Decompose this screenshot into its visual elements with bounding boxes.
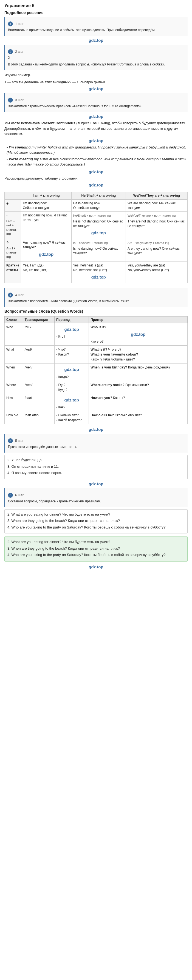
qw-word-how-old: How old	[5, 411, 23, 424]
step-6-questions: 2. What are you eating for dinner? Что в…	[5, 509, 187, 534]
q-sub-3: Are + we/you/they + глагол-ing	[127, 241, 186, 245]
qw-word-when: When	[5, 364, 23, 381]
qw-trans-what: /wɒt/	[23, 346, 54, 364]
q-sub-1: Am I + глагол-ing	[6, 247, 19, 259]
qw-example-where: Where are my socks? Где мои носки?	[89, 381, 187, 394]
step-5-badge: 5	[8, 438, 13, 443]
step-3-rule: Мы часто используем Present Continuous (…	[5, 121, 187, 137]
step-5-label: 5 5 шаг	[8, 438, 185, 443]
step-6-label: 6 6 шаг	[8, 493, 185, 498]
answer-4: 4. Я возьму своего нового парня.	[8, 470, 184, 476]
step-2-num: 2	[8, 55, 185, 60]
table-row-positive: + I'm dancing now.Сейчас я танцую He is …	[5, 199, 187, 212]
cell-pos-3: We are dancing now. Мы сейчас танцуем	[126, 199, 187, 212]
step-4: 4 4 шаг Знакомимся с вопросительными сло…	[5, 288, 187, 307]
example-1-en: - I'm spending my winter holidays with m…	[6, 145, 187, 155]
final-q-4: 4. Who are you taking to the party on Sa…	[8, 552, 184, 558]
step-4-label: 4 4 шаг	[8, 293, 185, 298]
step-6-badge: 6	[8, 493, 13, 498]
grammar-table: I am + глагол-ing He/She/It + глагол-ing…	[5, 192, 187, 283]
qw-trans-what-ru: - Что? - Какой?	[55, 346, 89, 364]
watermark-7: gdz.top	[5, 427, 187, 432]
qw-row-what: What /wɒt/ - Что? - Какой? What is it? Ч…	[5, 346, 187, 364]
qw-trans-when-ru: gdz.top - Когда?	[55, 364, 89, 381]
example-2-en: - We're meeting my sister at five o'cloc…	[6, 156, 187, 167]
watermark-5: gdz.top	[5, 169, 187, 174]
qw-header-transcription: Транскрипция	[23, 316, 54, 323]
cell-neg-1: I'm not dancing now. Я сейчас не танцую	[21, 212, 71, 239]
step-2-badge: 2	[8, 49, 13, 54]
qw-header-translation: Перевод	[55, 316, 89, 323]
step-5-intro: Прочитаем и переведём данные нам ответы.	[8, 444, 185, 449]
qw-header-word: Слово	[5, 316, 23, 323]
cell-q-2: Is + he/she/it + глагол-ing Is he dancin…	[71, 239, 126, 262]
rule-bold: Present Continuous	[41, 121, 76, 125]
table-row-question: ? Am I + глагол-ing Am I dancing now? Я …	[5, 239, 187, 262]
qw-row-where: Where /weə/ - Где? - Куда? Where are my …	[5, 381, 187, 394]
q-sub-2: Is + he/she/it + глагол-ing	[73, 241, 124, 245]
neg-sub-2: He/She/It + not + глагол-ing	[73, 214, 124, 218]
example-line: 1 — Что ты делаешь на этих выходных? — Я…	[5, 80, 187, 85]
qw-title: Вопросительные слова (Question Words)	[5, 309, 187, 313]
step-3-intro: Знакомимся с грамматическим правилом «Pr…	[8, 103, 185, 108]
qw-example-how: How are you? Как ты?	[89, 394, 187, 411]
cell-neg-2: He/She/It + not + глагол-ing He is not d…	[71, 212, 126, 239]
step-3-content: Мы часто используем Present Continuous (…	[5, 121, 187, 167]
watermark-8: gdz.top	[5, 482, 187, 486]
final-answers-box: 2. What are you eating for dinner? Что в…	[5, 536, 187, 562]
answer-2: 2. У нас будет пицца.	[8, 457, 184, 463]
table-row-negative: - I am + not + глагол-ing I'm not dancin…	[5, 212, 187, 239]
qw-row-how: How /haʊ/ gdz.top - Как? How are you? Ка…	[5, 394, 187, 411]
qw-example-when: When is your birthday? Когда твой день р…	[89, 364, 187, 381]
qw-word-where: Where	[5, 381, 23, 394]
table-row-short-answers: Краткие ответы Yes, I am (Да)No, I'm not…	[5, 262, 187, 283]
table-header-1: I am + глагол-ing	[21, 192, 71, 200]
step-4-intro: Знакомимся с вопросительными словами (Qu…	[8, 299, 185, 304]
question-3: 3. When are they going to the beach? Ког…	[8, 518, 184, 523]
watermark-2: gdz.top	[5, 86, 187, 91]
cell-q-1: Am I dancing now? Я сейчас танцую? gdz.t…	[21, 239, 71, 262]
table-intro: Рассмотрим детальную таблицу с формами.	[5, 176, 187, 181]
step-4-badge: 4	[8, 293, 13, 298]
qw-example-what: What is it? Что это? What is your favour…	[89, 346, 187, 364]
step-1-text: Внимательно прочитаем задание и поймём, …	[8, 27, 185, 32]
page: Упражнение 6 Подробное решение 1 1 шаг В…	[0, 0, 192, 574]
qw-row-how-old: How old /haʊ əʊld/ - Сколько лет? - Како…	[5, 411, 187, 424]
qw-trans-how-old: /haʊ əʊld/	[23, 411, 54, 424]
step-2-label: 2 2 шаг	[8, 49, 185, 54]
watermark-1: gdz.top	[5, 38, 187, 43]
watermark-6: gdz.top	[5, 183, 187, 187]
watermark-9: gdz.top	[5, 565, 187, 569]
qw-word-what: What	[5, 346, 23, 364]
cell-short-3: Yes, you/we/they are (Да)No, you/we/they…	[126, 262, 187, 283]
row-short-label: Краткие ответы	[5, 262, 21, 283]
row-symbol-negative: - I am + not + глагол-ing	[5, 212, 21, 239]
table-header-0	[5, 192, 21, 200]
qw-word-how: How	[5, 394, 23, 411]
row-symbol-positive: +	[5, 199, 21, 212]
step-6: 6 6 шаг Составим вопросы, обращаясь к гр…	[5, 488, 187, 507]
qw-example-who: Who is it? gdz.top Кто это?	[89, 323, 187, 346]
qw-trans-how: /haʊ/	[23, 394, 54, 411]
qw-row-when: When /wen/ gdz.top - Когда? When is your…	[5, 364, 187, 381]
cell-q-3: Are + we/you/they + глагол-ing Are they …	[126, 239, 187, 262]
qw-word-who: Who	[5, 323, 23, 346]
step-5: 5 5 шаг Прочитаем и переведём данные нам…	[5, 434, 187, 453]
step-6-intro: Составим вопросы, обращаясь к грамматиче…	[8, 499, 185, 504]
cell-neg-3: We/You/They are + not + глагол-ing They …	[126, 212, 187, 239]
izuchaem: Изучим пример.	[5, 72, 187, 78]
question-words-table: Слово Транскрипция Перевод Пример Who /h…	[5, 316, 187, 425]
neg-sub-3: We/You/They are + not + глагол-ing	[127, 214, 186, 218]
section-subtitle: Подробное решение	[5, 10, 187, 15]
table-header-3: We/You/They are + глагол-ing	[126, 192, 187, 200]
cell-short-1: Yes, I am (Да)No, I'm not (Нет)	[21, 262, 71, 283]
qw-trans-where-ru: - Где? - Куда?	[55, 381, 89, 394]
final-q-2: 2. What are you eating for dinner? Что в…	[8, 539, 184, 545]
qw-trans-who-ru: gdz.top - Кто?	[55, 323, 89, 346]
table-header-2: He/She/It + глагол-ing	[71, 192, 126, 200]
question-4: 4. Who are you taking to the party on Sa…	[8, 525, 184, 530]
row-symbol-question: ? Am I + глагол-ing	[5, 239, 21, 262]
step-5-answers: 2. У нас будет пицца. 3. Он отправится н…	[5, 455, 187, 479]
step-1-badge: 1	[8, 21, 13, 26]
step-3-label: 3 3 шаг	[8, 98, 185, 103]
